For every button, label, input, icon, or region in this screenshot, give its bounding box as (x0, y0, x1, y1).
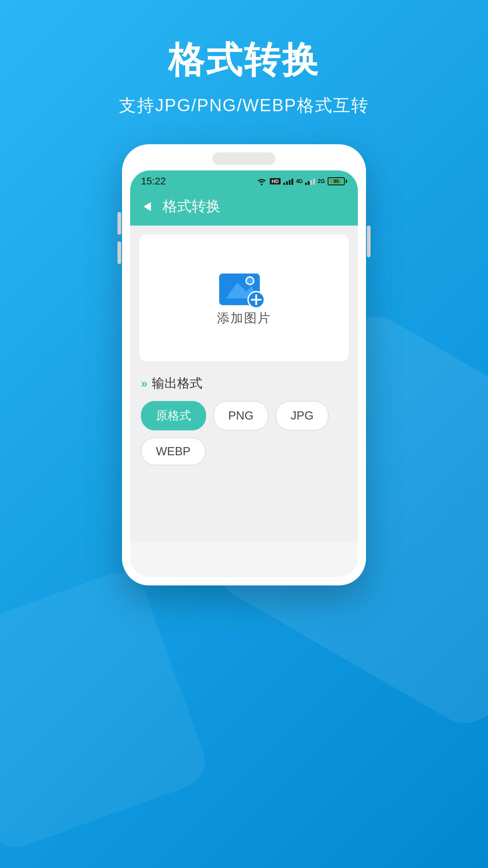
page-header: 格式转换 支持JPG/PNG/WEBP格式互转 (0, 0, 488, 135)
wifi-icon (256, 177, 267, 185)
add-image-icon (219, 269, 269, 310)
svg-point-0 (261, 184, 263, 185)
status-time: 15:22 (141, 175, 166, 187)
content-area: 添加图片 » 输出格式 原格式 PNG JPG WEBP (130, 226, 358, 542)
volume-up-button (117, 212, 121, 235)
format-original-button[interactable]: 原格式 (141, 401, 206, 430)
back-button[interactable] (139, 198, 155, 215)
2g-icon: 2G (318, 178, 325, 184)
battery-icon: 95 (328, 177, 347, 185)
page-sub-title: 支持JPG/PNG/WEBP格式互转 (0, 94, 488, 117)
hd-icon: HD (270, 178, 281, 184)
signal-icon (283, 178, 293, 185)
section-label-text: 输出格式 (152, 375, 202, 392)
format-jpg-button[interactable]: JPG (276, 401, 328, 430)
4g-icon: 4G (296, 178, 302, 184)
phone-notch (212, 152, 276, 165)
upload-card[interactable]: 添加图片 (139, 235, 349, 361)
format-webp-button[interactable]: WEBP (141, 438, 206, 465)
phone-container: 15:22 HD (0, 144, 488, 585)
add-image-text: 添加图片 (217, 310, 271, 327)
app-title: 格式转换 (163, 197, 221, 217)
volume-down-button (117, 241, 121, 264)
back-arrow-icon (144, 202, 151, 211)
power-button (367, 226, 371, 257)
page-main-title: 格式转换 (0, 36, 488, 85)
section-label: » 输出格式 (141, 375, 347, 392)
status-icons: HD 4G (256, 177, 347, 185)
signal2-icon (305, 178, 315, 185)
format-section: » 输出格式 原格式 PNG JPG WEBP (139, 375, 349, 465)
format-png-button[interactable]: PNG (213, 401, 268, 430)
phone-screen: 15:22 HD (130, 170, 358, 577)
double-chevron-icon: » (141, 377, 147, 391)
phone-shell: 15:22 HD (122, 144, 366, 585)
app-header: 格式转换 (130, 190, 358, 226)
format-buttons: 原格式 PNG JPG WEBP (141, 401, 347, 465)
svg-point-4 (247, 278, 253, 284)
battery-percent: 95 (333, 179, 339, 184)
status-bar: 15:22 HD (130, 170, 358, 190)
